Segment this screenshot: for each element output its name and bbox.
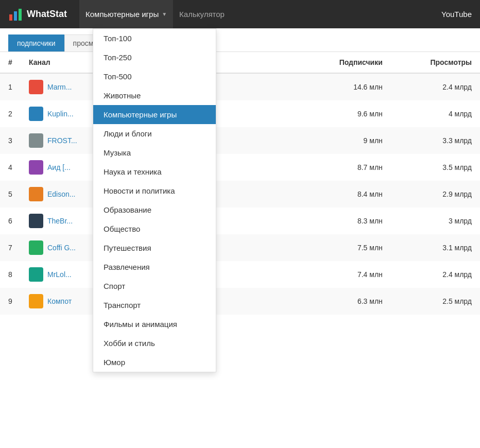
cell-rank: 7 bbox=[0, 234, 21, 261]
avatar bbox=[29, 240, 43, 255]
channel-link[interactable]: Компот bbox=[47, 297, 72, 305]
col-subscribers: Подписчики bbox=[299, 52, 391, 73]
cell-rank: 8 bbox=[0, 261, 21, 288]
cell-views: 3.5 млрд bbox=[391, 154, 480, 181]
cell-rank: 2 bbox=[0, 100, 21, 127]
dropdown-item-films[interactable]: Фильмы и анимация bbox=[93, 315, 216, 334]
table-row: 6 TheBr... 8.3 млн 3 млрд bbox=[0, 208, 480, 234]
cell-views: 2.4 млрд bbox=[391, 73, 480, 100]
cell-subscribers: 14.6 млн bbox=[299, 73, 391, 100]
dropdown-item-animals[interactable]: Животные bbox=[93, 86, 216, 105]
dropdown-item-entertainment[interactable]: Развлечения bbox=[93, 257, 216, 277]
dropdown-item-transport[interactable]: Транспорт bbox=[93, 296, 216, 315]
channel-link[interactable]: Kuplin... bbox=[47, 110, 74, 118]
cell-rank: 5 bbox=[0, 181, 21, 208]
cell-views: 2.4 млрд bbox=[391, 261, 480, 288]
channel-link[interactable]: Edison... bbox=[47, 190, 75, 198]
dropdown-item-top250[interactable]: Топ-250 bbox=[93, 48, 216, 67]
logo-text: WhatStat bbox=[27, 9, 67, 20]
channel-link[interactable]: Marm... bbox=[47, 83, 72, 91]
channel-link[interactable]: Coffi G... bbox=[47, 244, 76, 252]
dropdown-item-top500[interactable]: Топ-500 bbox=[93, 67, 216, 86]
dropdown-item-education[interactable]: Образование bbox=[93, 200, 216, 219]
dropdown-item-society[interactable]: Общество bbox=[93, 219, 216, 238]
avatar bbox=[29, 107, 43, 121]
channel-link[interactable]: TheBr... bbox=[47, 217, 73, 225]
avatar bbox=[29, 80, 43, 94]
dropdown-item-travel[interactable]: Путешествия bbox=[93, 238, 216, 257]
cell-rank: 3 bbox=[0, 127, 21, 154]
cell-views: 2.9 млрд bbox=[391, 181, 480, 208]
cell-views: 3.1 млрд bbox=[391, 234, 480, 261]
tabs-area: подписчики просм... bbox=[0, 28, 480, 52]
cell-views: 3 млрд bbox=[391, 208, 480, 234]
dropdown-item-science[interactable]: Наука и техника bbox=[93, 162, 216, 181]
table-row: 9 Компот 6.3 млн 2.5 млрд bbox=[0, 288, 480, 315]
dropdown-item-news[interactable]: Новости и политика bbox=[93, 181, 216, 200]
logo: WhatStat bbox=[8, 7, 67, 22]
cell-subscribers: 8.7 млн bbox=[299, 154, 391, 181]
col-rank: # bbox=[0, 52, 21, 73]
svg-rect-2 bbox=[19, 9, 22, 21]
dropdown-item-people[interactable]: Люди и блоги bbox=[93, 124, 216, 143]
svg-rect-1 bbox=[14, 11, 17, 21]
nav-calculator-label: Калькулятор bbox=[179, 10, 225, 19]
cell-rank: 4 bbox=[0, 154, 21, 181]
channels-table: # Канал Подписчики Просмотры 1 Marm... 1… bbox=[0, 52, 480, 315]
avatar bbox=[29, 133, 43, 148]
table-row: 3 FROST... 9 млн 3.3 млрд bbox=[0, 127, 480, 154]
table-header-row: # Канал Подписчики Просмотры bbox=[0, 52, 480, 73]
table-row: 5 Edison... 8.4 млн 2.9 млрд bbox=[0, 181, 480, 208]
table-container: # Канал Подписчики Просмотры 1 Marm... 1… bbox=[0, 52, 480, 315]
cell-subscribers: 6.3 млн bbox=[299, 288, 391, 315]
dropdown-item-music[interactable]: Музыка bbox=[93, 143, 216, 162]
header: WhatStat Компьютерные игры ▼ Калькулятор… bbox=[0, 0, 480, 28]
cell-subscribers: 7.5 млн bbox=[299, 234, 391, 261]
nav-item-calculator[interactable]: Калькулятор bbox=[173, 0, 231, 28]
cell-subscribers: 9 млн bbox=[299, 127, 391, 154]
nav-item-games[interactable]: Компьютерные игры ▼ bbox=[79, 0, 173, 28]
table-row: 8 MrLol... 7.4 млн 2.4 млрд bbox=[0, 261, 480, 288]
cell-views: 3.3 млрд bbox=[391, 127, 480, 154]
table-row: 7 Coffi G... 7.5 млн 3.1 млрд bbox=[0, 234, 480, 261]
tab-subscribers[interactable]: подписчики bbox=[8, 35, 64, 51]
dropdown-menu: Топ-100 Топ-250 Топ-500 Животные Компьют… bbox=[93, 28, 216, 372]
channel-link[interactable]: Аид [... bbox=[47, 163, 71, 171]
table-row: 2 Kuplin... 9.6 млн 4 млрд bbox=[0, 100, 480, 127]
avatar bbox=[29, 187, 43, 201]
cell-rank: 6 bbox=[0, 208, 21, 234]
cell-rank: 1 bbox=[0, 73, 21, 100]
cell-views: 2.5 млрд bbox=[391, 288, 480, 315]
avatar bbox=[29, 160, 43, 175]
cell-views: 4 млрд bbox=[391, 100, 480, 127]
avatar bbox=[29, 214, 43, 228]
cell-subscribers: 8.3 млн bbox=[299, 208, 391, 234]
logo-icon bbox=[8, 7, 23, 22]
channel-link[interactable]: MrLol... bbox=[47, 270, 72, 279]
cell-rank: 9 bbox=[0, 288, 21, 315]
dropdown-item-top100[interactable]: Топ-100 bbox=[93, 29, 216, 48]
main-content: подписчики просм... # Канал Подписчики П… bbox=[0, 28, 480, 315]
cell-subscribers: 8.4 млн bbox=[299, 181, 391, 208]
table-row: 4 Аид [... 8.7 млн 3.5 млрд bbox=[0, 154, 480, 181]
channel-link[interactable]: FROST... bbox=[47, 136, 77, 145]
dropdown-item-humor[interactable]: Юмор bbox=[93, 353, 216, 372]
avatar bbox=[29, 267, 43, 282]
cell-subscribers: 9.6 млн bbox=[299, 100, 391, 127]
youtube-link[interactable]: YouTube bbox=[441, 10, 472, 19]
col-views: Просмотры bbox=[391, 52, 480, 73]
dropdown-item-hobby[interactable]: Хобби и стиль bbox=[93, 334, 216, 353]
cell-subscribers: 7.4 млн bbox=[299, 261, 391, 288]
svg-rect-0 bbox=[9, 14, 12, 21]
nav-item-games-label: Компьютерные игры bbox=[85, 10, 159, 19]
dropdown-item-sport[interactable]: Спорт bbox=[93, 277, 216, 296]
table-row: 1 Marm... 14.6 млн 2.4 млрд bbox=[0, 73, 480, 100]
avatar bbox=[29, 294, 43, 308]
dropdown-arrow-icon: ▼ bbox=[162, 11, 167, 17]
dropdown-item-games[interactable]: Компьютерные игры bbox=[93, 105, 216, 124]
